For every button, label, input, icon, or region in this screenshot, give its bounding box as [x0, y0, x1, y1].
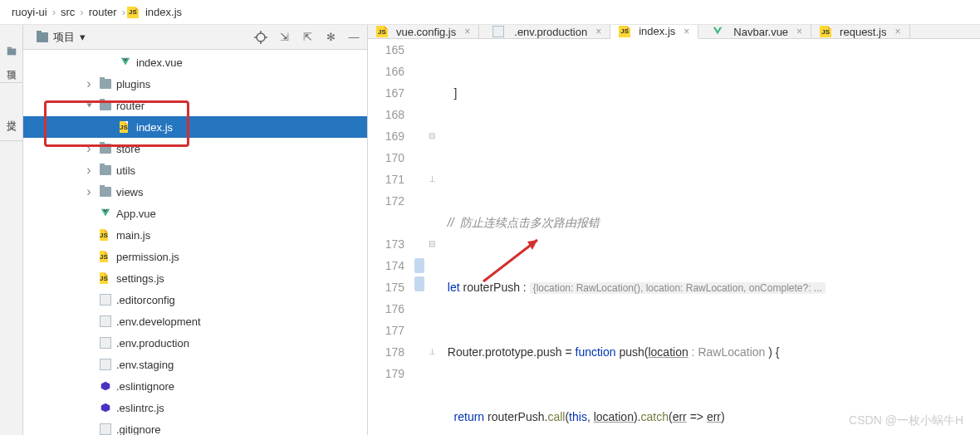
editor-tabs: JSvue.config.js×.env.production×JSindex.… — [368, 25, 980, 39]
gear-icon[interactable]: ✻ — [324, 31, 337, 44]
svg-rect-1 — [7, 46, 11, 48]
vue-icon — [712, 26, 723, 37]
tree-item--gitignore[interactable]: .gitignore — [23, 418, 367, 435]
chevron-icon[interactable] — [83, 186, 95, 198]
tree-label: router — [116, 100, 145, 112]
tool-window-strip: 项目 提交 — [0, 25, 23, 435]
breadcrumb-item[interactable]: src — [57, 6, 78, 18]
tree-item-permission-js[interactable]: JSpermission.js — [23, 246, 367, 267]
tree-item-settings-js[interactable]: JSsettings.js — [23, 267, 367, 289]
hide-icon[interactable]: — — [347, 31, 360, 44]
tree-item-views[interactable]: views — [23, 181, 367, 203]
vue-icon — [100, 208, 111, 219]
tree-label: .env.production — [116, 337, 189, 349]
svg-line-9 — [483, 240, 537, 281]
close-icon[interactable]: × — [796, 26, 802, 37]
editor-pane: JSvue.config.js×.env.production×JSindex.… — [368, 25, 980, 435]
js-icon: JS — [619, 26, 630, 37]
js-icon: JS — [820, 26, 831, 37]
tree-item--env-production[interactable]: .env.production — [23, 332, 367, 354]
tab-vue-config-js[interactable]: JSvue.config.js× — [368, 25, 479, 38]
folder-icon — [37, 32, 48, 42]
tree-label: .env.staging — [116, 359, 174, 371]
tab-request-js[interactable]: JSrequest.js× — [811, 25, 909, 38]
tree-item--eslintrc-js[interactable]: .eslintrc.js — [23, 397, 367, 418]
tree-item--env-development[interactable]: .env.development — [23, 310, 367, 332]
locate-icon[interactable] — [254, 31, 267, 44]
folder-icon — [100, 100, 111, 110]
close-icon[interactable]: × — [464, 26, 470, 37]
folder-icon — [100, 165, 111, 175]
eslint-icon — [100, 380, 111, 392]
js-icon: JS — [100, 251, 111, 262]
tree-label: plugins — [116, 78, 150, 90]
tree-label: main.js — [116, 229, 150, 242]
tree-label: utils — [116, 164, 135, 177]
tree-item--env-staging[interactable]: .env.staging — [23, 354, 367, 375]
js-icon: JS — [120, 121, 131, 133]
config-icon — [100, 294, 111, 305]
tree-label: .gitignore — [116, 423, 160, 436]
folder-icon — [100, 187, 111, 197]
collapse-all-icon[interactable]: ⇱ — [301, 31, 314, 44]
close-icon[interactable]: × — [894, 26, 900, 37]
chevron-icon[interactable] — [83, 143, 95, 154]
eslint-icon — [100, 402, 111, 413]
svg-marker-8 — [101, 403, 110, 413]
config-icon — [100, 423, 111, 435]
tree-item--editorconfig[interactable]: .editorconfig — [23, 289, 367, 310]
tree-label: .env.development — [116, 315, 201, 328]
tree-label: views — [116, 186, 144, 198]
folder-icon — [100, 144, 111, 154]
tree-label: store — [116, 143, 140, 155]
tab-index-js[interactable]: JSindex.js× — [610, 25, 698, 39]
project-sidebar: 项目 ▾ ⇲ ⇱ ✻ — index.vuepluginsrouterJSind… — [23, 25, 368, 435]
sidebar-header: 项目 ▾ ⇲ ⇱ ✻ — — [23, 25, 367, 50]
expand-all-icon[interactable]: ⇲ — [277, 31, 291, 44]
breadcrumb-item[interactable]: router — [86, 6, 120, 18]
tree-item-main-js[interactable]: JSmain.js — [23, 224, 367, 246]
breadcrumb-item[interactable]: index.js — [142, 6, 185, 18]
tab-Navbar-vue[interactable]: Navbar.vue× — [698, 25, 811, 38]
js-icon: JS — [100, 272, 111, 284]
project-tool-button[interactable]: 项目 — [0, 25, 22, 83]
tree-item-router[interactable]: router — [23, 95, 367, 116]
js-icon: JS — [376, 26, 388, 37]
close-icon[interactable]: × — [684, 26, 689, 37]
tab--env-production[interactable]: .env.production× — [479, 25, 610, 38]
tree-label: .eslintrc.js — [116, 402, 164, 414]
config-icon — [100, 337, 111, 349]
tree-item-plugins[interactable]: plugins — [23, 73, 367, 95]
chevron-icon[interactable] — [83, 100, 95, 111]
tree-label: .editorconfig — [116, 294, 175, 306]
breadcrumb: ruoyi-ui › src › router › JS index.js — [0, 0, 980, 25]
chevron-icon[interactable] — [83, 78, 95, 90]
folder-icon — [100, 79, 111, 89]
config-icon — [100, 359, 111, 370]
tree-item-utils[interactable]: utils — [23, 159, 367, 181]
svg-marker-7 — [101, 382, 110, 391]
tree-item-index-vue[interactable]: index.vue — [23, 51, 367, 73]
close-icon[interactable]: × — [595, 26, 601, 37]
code-editor[interactable]: 1651661671681691701711721731741751761771… — [368, 39, 980, 435]
tree-item--eslintignore[interactable]: .eslintignore — [23, 375, 367, 397]
tree-label: index.js — [136, 121, 173, 134]
tree-label: index.vue — [136, 56, 183, 69]
chevron-icon[interactable] — [83, 164, 95, 176]
line-gutter: 1651661671681691701711721731741751761771… — [368, 39, 413, 435]
config-icon — [100, 315, 111, 327]
chevron-down-icon: ▾ — [80, 31, 86, 43]
file-tree: index.vuepluginsrouterJSindex.jsstoreuti… — [23, 50, 367, 435]
code-text[interactable]: ] // 防止连续点击多次路由报错 let routerPush : {loca… — [438, 39, 980, 435]
commit-tool-button[interactable]: 提交 — [0, 83, 22, 141]
tree-label: .eslintignore — [116, 380, 174, 393]
tree-item-App-vue[interactable]: App.vue — [23, 203, 367, 224]
svg-rect-0 — [7, 48, 16, 55]
tree-item-store[interactable]: store — [23, 138, 367, 159]
breadcrumb-item[interactable]: ruoyi-ui — [8, 6, 51, 18]
tree-label: App.vue — [116, 208, 156, 220]
tree-item-index-js[interactable]: JSindex.js — [23, 116, 367, 138]
project-view-selector[interactable]: 项目 ▾ — [30, 28, 92, 46]
vue-icon — [120, 56, 131, 68]
js-icon: JS — [100, 229, 111, 241]
